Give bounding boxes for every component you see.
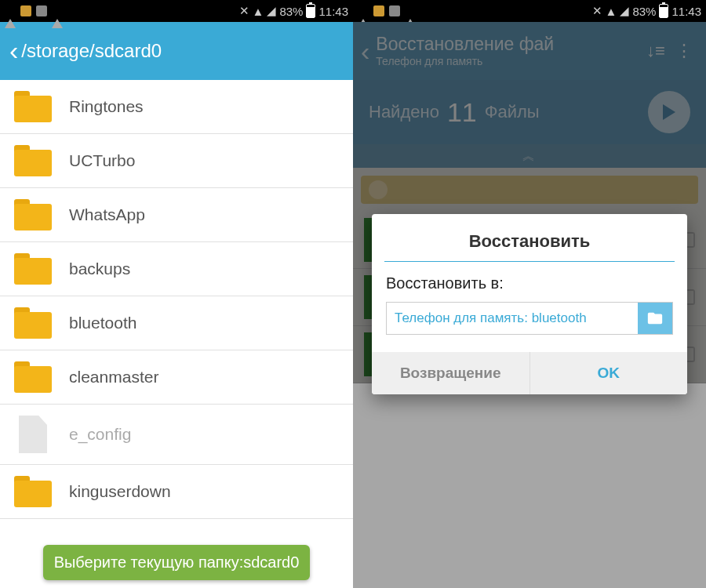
folder-icon: [14, 253, 52, 285]
path-header[interactable]: ‹ /storage/sdcard0: [0, 22, 353, 80]
ok-label: OK: [598, 365, 620, 381]
list-item[interactable]: cleanmaster: [0, 350, 353, 405]
folder-icon: [14, 361, 52, 393]
list-item[interactable]: UCTurbo: [0, 134, 353, 188]
battery-icon: [659, 4, 668, 18]
list-item[interactable]: WhatsApp: [0, 188, 353, 242]
current-path: /storage/sdcard0: [21, 40, 162, 62]
wifi-icon: ▲: [606, 5, 617, 18]
vibrate-icon: ✕: [239, 4, 249, 18]
list-item[interactable]: Ringtones: [0, 80, 353, 134]
browser-screen: ! ! ✕ ▲ ◢ 83% 11:43 ‹ /storage/sdcard0 R…: [0, 0, 353, 588]
item-label: cleanmaster: [69, 368, 158, 387]
signal-icon: ◢: [267, 4, 276, 18]
notification-icon: [20, 5, 31, 16]
item-label: backups: [69, 260, 130, 278]
notification-icon: [36, 5, 47, 16]
item-label: Ringtones: [69, 97, 144, 116]
ok-button[interactable]: OK: [530, 352, 688, 394]
vibrate-icon: ✕: [592, 4, 602, 18]
recovery-screen: ! ! ✕ ▲ ◢ 83% 11:43 ‹ Восстановление фай…: [353, 0, 706, 588]
file-icon: [14, 416, 52, 453]
list-item[interactable]: backups: [0, 242, 353, 296]
path-field: Телефон для память: bluetooth: [386, 302, 673, 335]
notification-icon: [373, 5, 384, 16]
cancel-button[interactable]: Возвращение: [372, 352, 530, 394]
clock: 11:43: [318, 5, 348, 18]
item-label: e_config: [69, 425, 131, 444]
item-label: UCTurbo: [69, 151, 135, 170]
restore-dialog: Восстановить Восстановить в: Телефон для…: [372, 214, 687, 394]
folder-icon: [14, 91, 52, 122]
status-bar: ! ! ✕ ▲ ◢ 83% 11:43: [353, 0, 706, 22]
browse-button[interactable]: [638, 303, 672, 334]
wifi-icon: ▲: [253, 5, 264, 18]
clock: 11:43: [671, 5, 701, 18]
list-item[interactable]: kinguserdown: [0, 465, 353, 519]
folder-icon: [14, 145, 52, 176]
back-icon[interactable]: ‹: [9, 40, 18, 61]
battery-icon: [306, 4, 315, 18]
select-folder-button[interactable]: Выберите текущую папку:sdcard0: [43, 545, 310, 580]
signal-icon: ◢: [620, 4, 629, 18]
status-bar: ! ! ✕ ▲ ◢ 83% 11:43: [0, 0, 353, 22]
battery-percent: 83%: [279, 5, 303, 18]
dialog-title: Восстановить: [372, 214, 687, 261]
folder-icon: [14, 476, 52, 507]
item-label: WhatsApp: [69, 205, 145, 224]
dialog-label: Восстановить в:: [386, 274, 673, 292]
battery-percent: 83%: [632, 5, 656, 18]
list-item[interactable]: e_config: [0, 405, 353, 465]
cancel-label: Возвращение: [400, 365, 501, 381]
select-folder-label: Выберите текущую папку:sdcard0: [54, 554, 300, 571]
folder-list: Ringtones UCTurbo WhatsApp backups bluet…: [0, 80, 353, 519]
warning-icon: !: [52, 5, 63, 16]
warning-icon: !: [5, 5, 16, 16]
folder-open-icon: [646, 310, 664, 327]
folder-icon: [14, 199, 52, 230]
warning-icon: !: [405, 5, 416, 16]
warning-icon: !: [358, 5, 369, 16]
path-value[interactable]: Телефон для память: bluetooth: [387, 303, 638, 334]
notification-icon: [389, 5, 400, 16]
item-label: kinguserdown: [69, 482, 171, 501]
item-label: bluetooth: [69, 314, 136, 332]
folder-icon: [14, 307, 52, 339]
list-item[interactable]: bluetooth: [0, 296, 353, 350]
